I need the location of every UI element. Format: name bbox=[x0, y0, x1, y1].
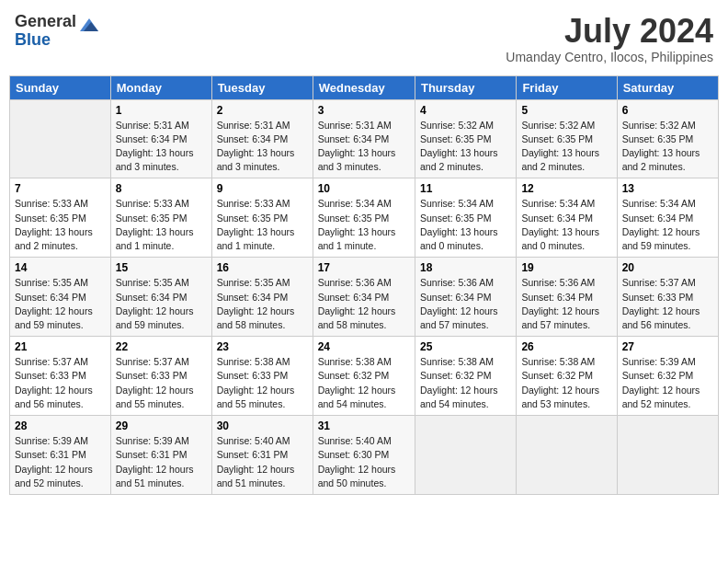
sunrise-text: Sunrise: 5:35 AM bbox=[217, 277, 290, 288]
day-info: Sunrise: 5:37 AM Sunset: 6:33 PM Dayligh… bbox=[622, 276, 713, 332]
day-info: Sunrise: 5:32 AM Sunset: 6:35 PM Dayligh… bbox=[420, 119, 511, 175]
month-year-title: July 2024 bbox=[506, 13, 713, 50]
day-number: 31 bbox=[318, 419, 410, 432]
sunrise-text: Sunrise: 5:37 AM bbox=[622, 277, 696, 288]
sunset-text: Sunset: 6:34 PM bbox=[217, 292, 289, 303]
day-number: 18 bbox=[420, 261, 511, 274]
day-number: 9 bbox=[217, 182, 308, 195]
daylight-text: Daylight: 12 hours and 55 minutes. bbox=[116, 385, 194, 409]
sunrise-text: Sunrise: 5:36 AM bbox=[521, 277, 595, 288]
daylight-text: Daylight: 13 hours and 0 minutes. bbox=[420, 226, 498, 251]
day-info: Sunrise: 5:39 AM Sunset: 6:32 PM Dayligh… bbox=[622, 355, 713, 411]
daylight-text: Daylight: 12 hours and 57 minutes. bbox=[420, 305, 498, 330]
day-info: Sunrise: 5:37 AM Sunset: 6:33 PM Dayligh… bbox=[116, 355, 207, 411]
calendar-cell: 24 Sunrise: 5:38 AM Sunset: 6:32 PM Dayl… bbox=[313, 337, 415, 416]
day-info: Sunrise: 5:34 AM Sunset: 6:35 PM Dayligh… bbox=[318, 197, 410, 253]
header-monday: Monday bbox=[110, 75, 211, 99]
daylight-text: Daylight: 13 hours and 2 minutes. bbox=[521, 147, 599, 172]
daylight-text: Daylight: 12 hours and 53 minutes. bbox=[521, 385, 599, 409]
day-info: Sunrise: 5:34 AM Sunset: 6:34 PM Dayligh… bbox=[521, 197, 611, 253]
header-friday: Friday bbox=[517, 75, 617, 99]
daylight-text: Daylight: 12 hours and 59 minutes. bbox=[15, 305, 93, 330]
sunset-text: Sunset: 6:34 PM bbox=[521, 292, 593, 303]
calendar-cell: 2 Sunrise: 5:31 AM Sunset: 6:34 PM Dayli… bbox=[211, 99, 313, 178]
sunrise-text: Sunrise: 5:31 AM bbox=[318, 120, 392, 131]
sunset-text: Sunset: 6:35 PM bbox=[116, 213, 188, 224]
daylight-text: Daylight: 13 hours and 1 minute. bbox=[217, 226, 295, 251]
sunrise-text: Sunrise: 5:40 AM bbox=[217, 435, 290, 446]
sunrise-text: Sunrise: 5:34 AM bbox=[521, 198, 595, 209]
sunrise-text: Sunrise: 5:32 AM bbox=[622, 120, 696, 131]
day-info: Sunrise: 5:35 AM Sunset: 6:34 PM Dayligh… bbox=[15, 276, 106, 332]
calendar-cell: 25 Sunrise: 5:38 AM Sunset: 6:32 PM Dayl… bbox=[415, 337, 516, 416]
sunset-text: Sunset: 6:35 PM bbox=[318, 213, 390, 224]
daylight-text: Daylight: 13 hours and 2 minutes. bbox=[15, 226, 93, 251]
day-info: Sunrise: 5:34 AM Sunset: 6:34 PM Dayligh… bbox=[622, 197, 713, 253]
day-info: Sunrise: 5:33 AM Sunset: 6:35 PM Dayligh… bbox=[116, 197, 207, 253]
calendar-cell: 8 Sunrise: 5:33 AM Sunset: 6:35 PM Dayli… bbox=[110, 178, 211, 258]
calendar-cell: 12 Sunrise: 5:34 AM Sunset: 6:34 PM Dayl… bbox=[517, 178, 617, 258]
header-thursday: Thursday bbox=[415, 75, 516, 99]
sunset-text: Sunset: 6:33 PM bbox=[217, 370, 289, 381]
sunset-text: Sunset: 6:31 PM bbox=[217, 449, 289, 460]
day-number: 24 bbox=[318, 340, 410, 353]
page-header: General Blue July 2024 Umanday Centro, I… bbox=[9, 9, 719, 68]
sunset-text: Sunset: 6:33 PM bbox=[116, 370, 188, 381]
daylight-text: Daylight: 12 hours and 57 minutes. bbox=[521, 305, 599, 330]
day-info: Sunrise: 5:40 AM Sunset: 6:31 PM Dayligh… bbox=[217, 434, 308, 490]
calendar-cell: 30 Sunrise: 5:40 AM Sunset: 6:31 PM Dayl… bbox=[211, 416, 313, 495]
sunrise-text: Sunrise: 5:38 AM bbox=[420, 356, 494, 367]
daylight-text: Daylight: 12 hours and 51 minutes. bbox=[116, 464, 194, 488]
calendar-cell: 7 Sunrise: 5:33 AM Sunset: 6:35 PM Dayli… bbox=[10, 178, 111, 258]
sunrise-text: Sunrise: 5:34 AM bbox=[622, 198, 696, 209]
calendar-cell: 16 Sunrise: 5:35 AM Sunset: 6:34 PM Dayl… bbox=[211, 258, 313, 337]
day-number: 5 bbox=[521, 104, 611, 117]
sunrise-text: Sunrise: 5:34 AM bbox=[318, 198, 392, 209]
sunset-text: Sunset: 6:32 PM bbox=[622, 370, 694, 381]
daylight-text: Daylight: 13 hours and 1 minute. bbox=[318, 226, 396, 251]
title-section: July 2024 Umanday Centro, Ilocos, Philip… bbox=[506, 13, 713, 64]
day-number: 22 bbox=[116, 340, 207, 353]
sunset-text: Sunset: 6:35 PM bbox=[420, 213, 492, 224]
logo-blue-text: Blue bbox=[15, 31, 76, 50]
sunrise-text: Sunrise: 5:35 AM bbox=[116, 277, 189, 288]
day-number: 10 bbox=[318, 182, 410, 195]
location-subtitle: Umanday Centro, Ilocos, Philippines bbox=[506, 50, 713, 64]
week-row-5: 28 Sunrise: 5:39 AM Sunset: 6:31 PM Dayl… bbox=[10, 416, 719, 495]
daylight-text: Daylight: 12 hours and 58 minutes. bbox=[318, 305, 396, 330]
logo: General Blue bbox=[15, 13, 100, 50]
daylight-text: Daylight: 12 hours and 51 minutes. bbox=[217, 464, 295, 488]
day-number: 20 bbox=[622, 261, 713, 274]
calendar-table: SundayMondayTuesdayWednesdayThursdayFrid… bbox=[9, 75, 719, 495]
calendar-cell: 14 Sunrise: 5:35 AM Sunset: 6:34 PM Dayl… bbox=[10, 258, 111, 337]
week-row-3: 14 Sunrise: 5:35 AM Sunset: 6:34 PM Dayl… bbox=[10, 258, 719, 337]
sunrise-text: Sunrise: 5:36 AM bbox=[318, 277, 392, 288]
sunrise-text: Sunrise: 5:36 AM bbox=[420, 277, 494, 288]
calendar-cell: 19 Sunrise: 5:36 AM Sunset: 6:34 PM Dayl… bbox=[517, 258, 617, 337]
day-number: 6 bbox=[622, 104, 713, 117]
calendar-cell: 22 Sunrise: 5:37 AM Sunset: 6:33 PM Dayl… bbox=[110, 337, 211, 416]
sunrise-text: Sunrise: 5:33 AM bbox=[116, 198, 189, 209]
week-row-2: 7 Sunrise: 5:33 AM Sunset: 6:35 PM Dayli… bbox=[10, 178, 719, 258]
week-row-1: 1 Sunrise: 5:31 AM Sunset: 6:34 PM Dayli… bbox=[10, 99, 719, 178]
header-wednesday: Wednesday bbox=[313, 75, 415, 99]
day-number: 14 bbox=[15, 261, 106, 274]
day-number: 12 bbox=[521, 182, 611, 195]
calendar-cell: 27 Sunrise: 5:39 AM Sunset: 6:32 PM Dayl… bbox=[617, 337, 718, 416]
daylight-text: Daylight: 12 hours and 58 minutes. bbox=[217, 305, 295, 330]
day-info: Sunrise: 5:36 AM Sunset: 6:34 PM Dayligh… bbox=[318, 276, 410, 332]
calendar-cell: 21 Sunrise: 5:37 AM Sunset: 6:33 PM Dayl… bbox=[10, 337, 111, 416]
sunset-text: Sunset: 6:35 PM bbox=[521, 133, 593, 144]
day-number: 17 bbox=[318, 261, 410, 274]
sunset-text: Sunset: 6:34 PM bbox=[217, 133, 289, 144]
sunset-text: Sunset: 6:31 PM bbox=[15, 449, 86, 460]
day-info: Sunrise: 5:31 AM Sunset: 6:34 PM Dayligh… bbox=[217, 119, 308, 175]
calendar-cell: 11 Sunrise: 5:34 AM Sunset: 6:35 PM Dayl… bbox=[415, 178, 516, 258]
sunrise-text: Sunrise: 5:38 AM bbox=[521, 356, 595, 367]
sunset-text: Sunset: 6:34 PM bbox=[420, 292, 492, 303]
calendar-cell bbox=[10, 99, 111, 178]
daylight-text: Daylight: 13 hours and 3 minutes. bbox=[318, 147, 396, 172]
day-info: Sunrise: 5:33 AM Sunset: 6:35 PM Dayligh… bbox=[15, 197, 106, 253]
calendar-cell: 9 Sunrise: 5:33 AM Sunset: 6:35 PM Dayli… bbox=[211, 178, 313, 258]
sunrise-text: Sunrise: 5:39 AM bbox=[15, 435, 88, 446]
